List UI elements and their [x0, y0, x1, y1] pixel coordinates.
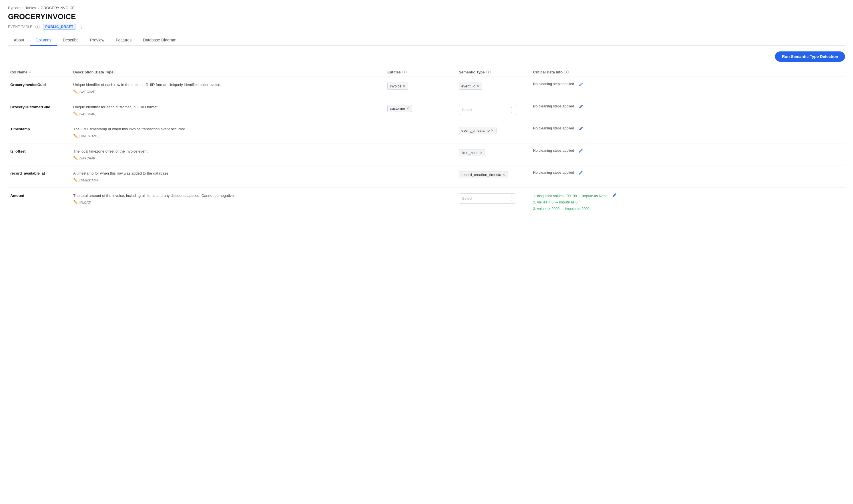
- data-type-badge: [TIMESTAMP]: [79, 134, 99, 138]
- col-desc-cell: Unique identifier of each row in the tab…: [71, 82, 385, 94]
- semantic-type-chip[interactable]: event_timestamp ✕: [459, 127, 497, 134]
- semantic-type-chip[interactable]: time_zone ✕: [459, 149, 485, 156]
- entity-remove-btn[interactable]: ✕: [403, 84, 406, 88]
- col-critical-cell: 1. disguised values: -99,-98 --- impute …: [531, 193, 845, 212]
- critical-info-text: No cleaning steps applied: [533, 104, 574, 108]
- entity-chip[interactable]: customer ✕: [387, 105, 412, 112]
- run-semantic-detection-button[interactable]: Run Semantic Type Detection: [775, 51, 845, 62]
- critical-issues-list: 1. disguised values: -99,-98 --- impute …: [533, 193, 607, 212]
- tab-about[interactable]: About: [8, 35, 30, 46]
- col-name-cell: Timestamp: [8, 126, 71, 131]
- description-edit-icon[interactable]: ✏️: [73, 200, 78, 204]
- entity-remove-btn[interactable]: ✕: [406, 107, 409, 110]
- critical-info-icon[interactable]: i: [564, 70, 569, 74]
- semantic-remove-btn[interactable]: ✕: [480, 151, 483, 155]
- col-entities-cell: [385, 193, 457, 194]
- th-critical-data-info: Critical Data Info i: [531, 70, 845, 74]
- semantic-type-chip[interactable]: event_id ✕: [459, 83, 482, 90]
- critical-edit-icon[interactable]: [579, 82, 583, 87]
- critical-info-text: No cleaning steps applied: [533, 126, 574, 130]
- critical-edit-icon[interactable]: [612, 193, 617, 198]
- critical-edit-icon[interactable]: [579, 148, 583, 154]
- table-row: record_available_atA timestamp for when …: [8, 165, 845, 188]
- tab-describe[interactable]: Describe: [57, 35, 84, 46]
- table-row: AmountThe total amount of the invoice, i…: [8, 188, 845, 217]
- more-options-icon[interactable]: ⋮: [79, 24, 84, 30]
- description-edit-icon[interactable]: ✏️: [73, 178, 78, 182]
- critical-edit-icon[interactable]: [579, 104, 583, 110]
- tab-database-diagram[interactable]: Database Diagram: [137, 35, 182, 46]
- col-semantic-cell: record_creation_timesta ✕: [457, 170, 531, 178]
- col-name-cell: record_available_at: [8, 170, 71, 176]
- description-edit-icon[interactable]: ✏️: [73, 111, 78, 116]
- description-text: The GMT timestamp of when this invoice t…: [73, 126, 383, 132]
- col-name-cell: GroceryInvoiceGuid: [8, 82, 71, 87]
- semantic-type-chip[interactable]: record_creation_timesta ✕: [459, 171, 508, 178]
- description-text: The total amount of the invoice, includi…: [73, 193, 383, 199]
- breadcrumb-tables[interactable]: Tables: [25, 6, 36, 10]
- data-type-badge: [TIMESTAMP]: [79, 179, 99, 182]
- toolbar: Run Semantic Type Detection: [8, 51, 845, 62]
- breadcrumb-sep1: ›: [22, 6, 23, 10]
- table-row: tz_offsetThe local timezone offset of th…: [8, 143, 845, 166]
- description-edit-icon[interactable]: ✏️: [73, 134, 78, 138]
- col-entities-cell: [385, 170, 457, 171]
- description-edit-icon[interactable]: ✏️: [73, 89, 78, 94]
- breadcrumb-explore[interactable]: Explore: [8, 6, 21, 10]
- table-body: GroceryInvoiceGuidUnique identifier of e…: [8, 77, 845, 217]
- event-table-label: EVENT TABLE: [8, 25, 33, 29]
- meta-info-icon[interactable]: i: [35, 24, 40, 29]
- draft-badge[interactable]: PUBLIC_DRAFT: [43, 24, 76, 30]
- col-entities-cell: [385, 148, 457, 149]
- chevron-icon: ⌃⌄: [511, 107, 513, 113]
- semantic-type-select[interactable]: Select⌃⌄: [459, 105, 516, 115]
- col-desc-cell: A timestamp for when this row was added …: [71, 170, 385, 182]
- description-text: The local timezone offset of the invoice…: [73, 148, 383, 154]
- entity-chip[interactable]: invoice ✕: [387, 83, 408, 90]
- tabs-bar: AboutColumnsDescribePreviewFeaturesDatab…: [8, 35, 845, 46]
- semantic-type-select[interactable]: Select⌃⌄: [459, 194, 516, 204]
- description-text: A timestamp for when this row was added …: [73, 170, 383, 176]
- breadcrumb: Explore › Tables › GROCERYINVOICE: [8, 6, 845, 10]
- data-type-badge: [VARCHAR]: [79, 90, 96, 93]
- semantic-remove-btn[interactable]: ✕: [502, 173, 505, 177]
- data-type-badge: [FLOAT]: [79, 201, 91, 204]
- tab-preview[interactable]: Preview: [84, 35, 110, 46]
- table-row: GroceryCustomerGuidUnique identifier for…: [8, 99, 845, 122]
- table-header: Col Name ▲▼ Description [Data Type] Enti…: [8, 68, 845, 77]
- table-row: TimestampThe GMT timestamp of when this …: [8, 121, 845, 143]
- col-critical-cell: No cleaning steps applied: [531, 126, 845, 132]
- col-entities-cell: [385, 126, 457, 127]
- content-area: Run Semantic Type Detection Col Name ▲▼ …: [8, 46, 845, 223]
- data-type-badge: [VARCHAR]: [79, 157, 96, 160]
- col-name-cell: tz_offset: [8, 148, 71, 154]
- page-title: GROCERYINVOICE: [8, 12, 845, 21]
- col-name-cell: GroceryCustomerGuid: [8, 104, 71, 109]
- description-text: Unique identifier of each row in the tab…: [73, 82, 383, 88]
- breadcrumb-sep2: ›: [38, 6, 39, 10]
- critical-edit-icon[interactable]: [579, 126, 583, 132]
- critical-issue-line: 2. values < 0 --- impute as 0: [533, 199, 607, 206]
- description-text: Unique identifier for each customer, in …: [73, 104, 383, 110]
- th-semantic-type: Semantic Type i: [457, 70, 531, 74]
- sort-icon[interactable]: ▲▼: [29, 70, 31, 74]
- col-semantic-cell: time_zone ✕: [457, 148, 531, 156]
- th-col-name: Col Name ▲▼: [8, 70, 71, 74]
- breadcrumb-current: GROCERYINVOICE: [40, 6, 75, 10]
- semantic-remove-btn[interactable]: ✕: [491, 129, 494, 132]
- critical-edit-icon[interactable]: [579, 170, 583, 176]
- columns-table: Col Name ▲▼ Description [Data Type] Enti…: [8, 68, 845, 217]
- col-critical-cell: No cleaning steps applied: [531, 82, 845, 87]
- tab-columns[interactable]: Columns: [30, 35, 57, 46]
- select-placeholder: Select: [462, 196, 472, 201]
- col-semantic-cell: event_timestamp ✕: [457, 126, 531, 134]
- col-desc-cell: The GMT timestamp of when this invoice t…: [71, 126, 385, 138]
- critical-issue-line: 1. disguised values: -99,-98 --- impute …: [533, 193, 607, 199]
- entities-info-icon[interactable]: i: [402, 70, 407, 74]
- tab-features[interactable]: Features: [110, 35, 137, 46]
- col-critical-cell: No cleaning steps applied: [531, 170, 845, 176]
- semantic-remove-btn[interactable]: ✕: [477, 84, 480, 88]
- description-edit-icon[interactable]: ✏️: [73, 156, 78, 160]
- col-desc-cell: The local timezone offset of the invoice…: [71, 148, 385, 160]
- semantic-info-icon[interactable]: i: [486, 70, 491, 74]
